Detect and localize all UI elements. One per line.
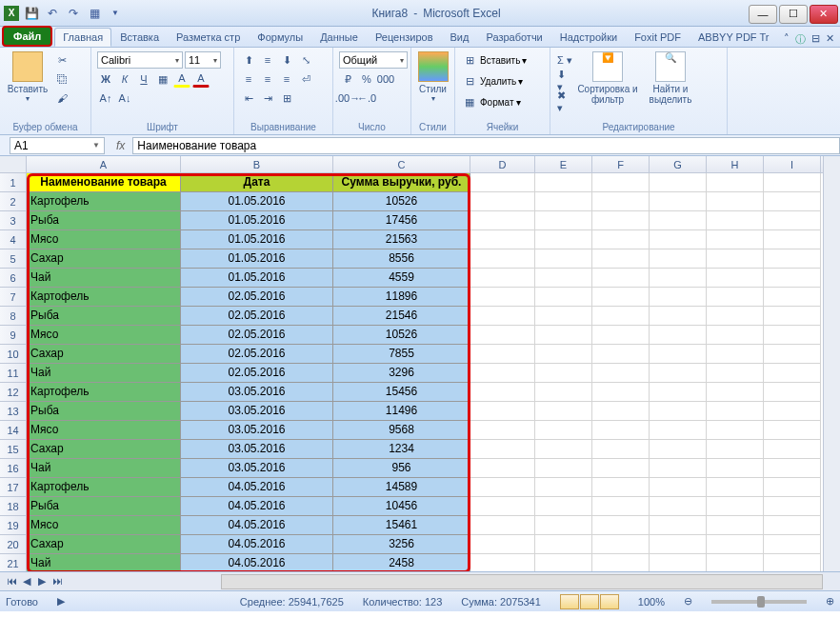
zoom-out-icon[interactable]: ⊖ (684, 595, 692, 608)
cell[interactable] (650, 192, 707, 211)
column-header[interactable]: B (181, 156, 333, 172)
column-header[interactable]: I (764, 156, 821, 172)
vertical-scrollbar[interactable] (823, 156, 840, 571)
cell[interactable] (470, 288, 535, 307)
cell[interactable]: 10526 (333, 326, 470, 345)
cell[interactable] (535, 535, 592, 554)
cell[interactable]: Мясо (27, 516, 181, 535)
cell[interactable] (764, 535, 821, 554)
cell[interactable] (764, 440, 821, 459)
row-header[interactable]: 5 (0, 249, 27, 269)
cell[interactable] (592, 192, 650, 211)
cell[interactable] (707, 230, 764, 249)
cell[interactable] (764, 230, 821, 249)
minimize-ribbon-icon[interactable]: ˄ (784, 32, 790, 47)
cell[interactable]: 21546 (333, 307, 470, 326)
row-header[interactable]: 20 (0, 535, 27, 554)
cell[interactable] (707, 554, 764, 571)
cell[interactable] (707, 383, 764, 402)
cell[interactable] (707, 307, 764, 326)
file-tab[interactable]: Файл (2, 26, 52, 47)
comma-icon[interactable]: 000 (377, 70, 394, 88)
cell[interactable] (650, 326, 707, 345)
cell[interactable]: 04.05.2016 (181, 478, 333, 497)
fx-icon[interactable]: fx (109, 139, 132, 152)
cell[interactable]: 11896 (333, 288, 470, 307)
cell[interactable] (592, 383, 650, 402)
cell[interactable] (707, 173, 764, 192)
cell[interactable]: 04.05.2016 (181, 497, 333, 516)
row-header[interactable]: 9 (0, 326, 27, 345)
cell[interactable] (764, 364, 821, 383)
cell[interactable] (535, 230, 592, 249)
cell[interactable] (764, 459, 821, 478)
cell[interactable]: Картофель (27, 478, 181, 497)
cell[interactable] (764, 211, 821, 230)
align-right-icon[interactable]: ≡ (278, 70, 295, 88)
cell[interactable] (707, 402, 764, 421)
sheet-last-icon[interactable]: ⏭ (50, 575, 65, 588)
cell[interactable]: 02.05.2016 (181, 288, 333, 307)
cell[interactable]: Чай (27, 269, 181, 288)
macro-record-icon[interactable]: ▶ (57, 595, 65, 608)
underline-icon[interactable]: Ч (135, 70, 152, 88)
sheet-next-icon[interactable]: ▶ (34, 575, 50, 588)
cell[interactable] (650, 535, 707, 554)
ribbon-tab[interactable]: Разметка стр (168, 28, 249, 47)
cell[interactable] (535, 192, 592, 211)
cell[interactable]: 03.05.2016 (181, 421, 333, 440)
delete-cells-button[interactable]: ⊟Удалить ▾ (461, 72, 523, 90)
cell[interactable] (470, 459, 535, 478)
zoom-level[interactable]: 100% (638, 596, 665, 608)
zoom-in-icon[interactable]: ⊕ (826, 595, 834, 608)
styles-button[interactable]: Стили ▾ (417, 51, 449, 103)
cell[interactable] (707, 516, 764, 535)
cell[interactable]: Рыба (27, 402, 181, 421)
cell[interactable]: Мясо (27, 230, 181, 249)
column-header[interactable]: A (27, 156, 181, 172)
cell[interactable] (650, 345, 707, 364)
cell[interactable] (470, 535, 535, 554)
row-header[interactable]: 8 (0, 307, 27, 326)
fill-icon[interactable]: ⬇ ▾ (556, 72, 573, 90)
cell[interactable] (707, 249, 764, 269)
cell[interactable]: 02.05.2016 (181, 364, 333, 383)
decrease-decimal-icon[interactable]: ←.0 (358, 90, 375, 107)
cell[interactable]: Рыба (27, 211, 181, 230)
cell[interactable] (707, 535, 764, 554)
cell[interactable] (650, 383, 707, 402)
cell[interactable] (650, 288, 707, 307)
ribbon-tab[interactable]: Надстройки (551, 28, 626, 47)
cell[interactable] (650, 211, 707, 230)
cell[interactable] (707, 192, 764, 211)
find-select-button[interactable]: 🔍 Найти и выделить (642, 51, 699, 105)
cell[interactable] (707, 421, 764, 440)
page-layout-view-icon[interactable] (580, 594, 599, 609)
cell[interactable] (470, 326, 535, 345)
wrap-text-icon[interactable]: ⏎ (297, 70, 314, 88)
row-header[interactable]: 6 (0, 269, 27, 288)
cell[interactable]: 9568 (333, 421, 470, 440)
ribbon-tab[interactable]: Foxit PDF (626, 28, 690, 47)
cell[interactable]: 11496 (333, 402, 470, 421)
row-header[interactable]: 19 (0, 516, 27, 535)
namebox-dropdown-icon[interactable]: ▼ (92, 141, 100, 150)
cell[interactable] (535, 173, 592, 192)
cell[interactable]: Мясо (27, 421, 181, 440)
border-icon[interactable]: ▦ (154, 70, 171, 88)
autosum-icon[interactable]: Σ ▾ (556, 51, 573, 69)
cell[interactable] (470, 211, 535, 230)
cell[interactable]: 15461 (333, 516, 470, 535)
cell[interactable] (470, 440, 535, 459)
clear-icon[interactable]: ✖ ▾ (556, 93, 573, 110)
row-header[interactable]: 15 (0, 440, 27, 459)
cell[interactable] (535, 459, 592, 478)
cell[interactable] (592, 421, 650, 440)
row-header[interactable]: 2 (0, 192, 27, 211)
cell[interactable]: 1234 (333, 440, 470, 459)
cell[interactable]: 03.05.2016 (181, 440, 333, 459)
cell[interactable] (707, 345, 764, 364)
ribbon-tab[interactable]: Главная (54, 28, 111, 47)
currency-icon[interactable]: ₽ (339, 70, 356, 88)
cell[interactable] (592, 345, 650, 364)
